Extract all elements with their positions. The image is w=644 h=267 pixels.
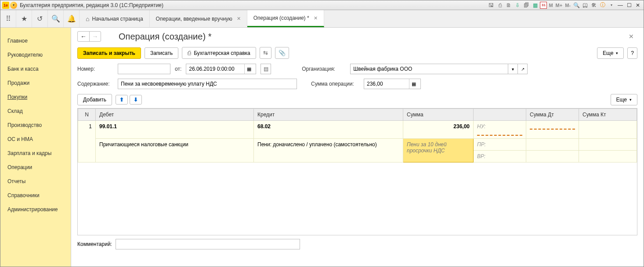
move-up-button[interactable]: ⬆ (116, 95, 128, 105)
print-reference-button[interactable]: ⎙ Бухгалтерская справка (182, 47, 256, 59)
col-sum[interactable]: Сумма (403, 109, 474, 121)
more-label: Еще (603, 50, 613, 56)
org-input[interactable]: Швейная фабрика ООО (350, 64, 508, 74)
app-menu-dropdown[interactable]: ▾ (10, 2, 17, 9)
sum-note-cell[interactable]: Пени за 10 дней просрочки НДС (403, 139, 474, 162)
table-more-button[interactable]: Еще ▾ (611, 94, 637, 105)
credit-account[interactable]: 68.02 (254, 121, 403, 139)
sum-dt-cell[interactable] (526, 121, 579, 139)
nu-label-cell: НУ: (474, 121, 526, 139)
star-icon[interactable]: ★ (16, 10, 32, 27)
credit-subconto[interactable]: Пени: доначислено / уплачено (самостояте… (254, 139, 403, 162)
sum-kt-cell[interactable] (579, 121, 637, 139)
preview-icon[interactable]: 🗎 (505, 1, 513, 9)
col-n[interactable]: N (78, 109, 96, 121)
col-sum-dt[interactable]: Сумма Дт (526, 109, 579, 121)
content-input[interactable]: Пени за несвоевременную уплату НДС (118, 79, 297, 89)
sidebar-item-production[interactable]: Производство (0, 118, 71, 132)
tab-close-icon[interactable]: ✕ (314, 15, 318, 21)
print-icon[interactable]: ⎙ (496, 1, 504, 9)
apps-icon[interactable]: ⠿ (0, 10, 16, 27)
sidebar-item-manager[interactable]: Руководителю (0, 48, 71, 62)
m-button[interactable]: M (548, 1, 554, 9)
tree-icon: ⇆ (263, 50, 268, 56)
sidebar-item-warehouse[interactable]: Склад (0, 104, 71, 118)
nav-forward-button[interactable]: → (89, 32, 101, 41)
m-plus-button[interactable]: M+ (555, 1, 564, 9)
save-and-close-button[interactable]: Записать и закрыть (77, 47, 141, 59)
table-row[interactable]: 1 99.01.1 68.02 236,00 НУ: (78, 121, 637, 139)
number-input[interactable] (118, 64, 170, 74)
row-number: 1 (78, 121, 96, 162)
org-label: Организация: (302, 66, 346, 72)
paperclip-icon: 📎 (279, 50, 286, 56)
close-window-button[interactable]: ✕ (634, 1, 642, 9)
sidebar-item-references[interactable]: Справочники (0, 188, 71, 202)
date-input[interactable]: 26.06.2019 0:00:00 ▦ (186, 64, 256, 74)
sidebar-item-bank[interactable]: Банк и касса (0, 62, 71, 76)
org-dropdown-icon[interactable]: ▾ (508, 64, 518, 74)
favorites-icon[interactable]: 🕮 (581, 1, 589, 9)
move-down-button[interactable]: ⬇ (130, 95, 142, 105)
date-extra-icon[interactable]: ▤ (260, 64, 271, 74)
nav-back-button[interactable]: ← (78, 32, 89, 41)
tab-label: Операция (создание) * (253, 15, 309, 21)
save-icon[interactable]: 🖫 (487, 1, 495, 9)
date-picker-icon[interactable]: ▦ (244, 64, 253, 74)
nav-back-forward: ← → (77, 31, 101, 42)
tab-operations-manual[interactable]: Операции, введенные вручную ✕ (150, 10, 247, 27)
calc-icon[interactable]: ▦ (531, 1, 539, 9)
compare-icon[interactable]: 🗐 (522, 1, 530, 9)
sum-kt-vr[interactable] (579, 151, 637, 162)
sidebar-item-assets[interactable]: ОС и НМА (0, 132, 71, 146)
info-icon[interactable]: ⓘ (599, 1, 607, 9)
comment-input[interactable] (116, 239, 300, 249)
sidebar-item-purchases[interactable]: Покупки (0, 90, 71, 104)
zoom-icon[interactable]: 🔍 (572, 1, 580, 9)
tab-home[interactable]: ⌂ Начальная страница (80, 10, 150, 27)
sidebar-item-reports[interactable]: Отчеты (0, 174, 71, 188)
maximize-button[interactable]: ☐ (625, 1, 633, 9)
sidebar-item-admin[interactable]: Администрирование (0, 202, 71, 216)
minimize-button[interactable]: — (616, 1, 624, 9)
tools-icon[interactable]: 🛠 (590, 1, 598, 9)
add-row-button[interactable]: Добавить (77, 94, 112, 105)
sum-op-input[interactable]: 236,00 ▦ (364, 79, 421, 89)
sum-dt-pr[interactable] (526, 139, 579, 151)
help-button[interactable]: ? (627, 47, 637, 59)
debit-account[interactable]: 99.01.1 (96, 121, 254, 139)
attach-button[interactable]: 📎 (275, 47, 289, 59)
save-button[interactable]: Записать (145, 47, 178, 59)
col-debit[interactable]: Дебет (96, 109, 254, 121)
sum-kt-pr[interactable] (579, 139, 637, 151)
calc-icon[interactable]: ▦ (409, 79, 418, 89)
print-reference-label: Бухгалтерская справка (194, 50, 250, 56)
more-button[interactable]: Еще ▾ (597, 47, 624, 59)
link-icon[interactable]: ⇩ (514, 1, 521, 9)
sum-cell[interactable]: 236,00 (403, 121, 474, 139)
sidebar-item-main[interactable]: Главное (0, 34, 71, 48)
sidebar-item-operations[interactable]: Операции (0, 160, 71, 174)
sidebar-item-salary[interactable]: Зарплата и кадры (0, 146, 71, 160)
calendar-icon[interactable]: 31 (540, 2, 547, 9)
bell-icon[interactable]: 🔔 (64, 10, 80, 27)
sidebar-item-sales[interactable]: Продажи (0, 76, 71, 90)
table-row[interactable]: Причитающиеся налоговые санкции Пени: до… (78, 139, 637, 151)
col-sum-kt[interactable]: Сумма Кт (579, 109, 637, 121)
debit-subconto[interactable]: Причитающиеся налоговые санкции (96, 139, 254, 162)
page-close-button[interactable]: ✕ (625, 31, 637, 42)
history-icon[interactable]: ↺ (32, 10, 48, 27)
comment-label: Комментарий: (77, 241, 112, 247)
top-toolbar: ⠿ ★ ↺ 🔍 🔔 ⌂ Начальная страница Операции,… (0, 10, 644, 28)
org-open-icon[interactable]: ↗ (518, 64, 528, 74)
tab-close-icon[interactable]: ✕ (237, 16, 241, 22)
tab-operation-create[interactable]: Операция (создание) * ✕ (247, 10, 324, 27)
date-value: 26.06.2019 0:00:00 (189, 66, 234, 72)
date-from-label: от: (175, 66, 181, 72)
link-tree-button[interactable]: ⇆ (260, 47, 271, 59)
m-minus-button[interactable]: M- (564, 1, 572, 9)
info-dd-icon[interactable]: ▾ (608, 1, 615, 9)
search-icon[interactable]: 🔍 (48, 10, 64, 27)
col-credit[interactable]: Кредит (254, 109, 403, 121)
sum-dt-vr[interactable] (526, 151, 579, 162)
